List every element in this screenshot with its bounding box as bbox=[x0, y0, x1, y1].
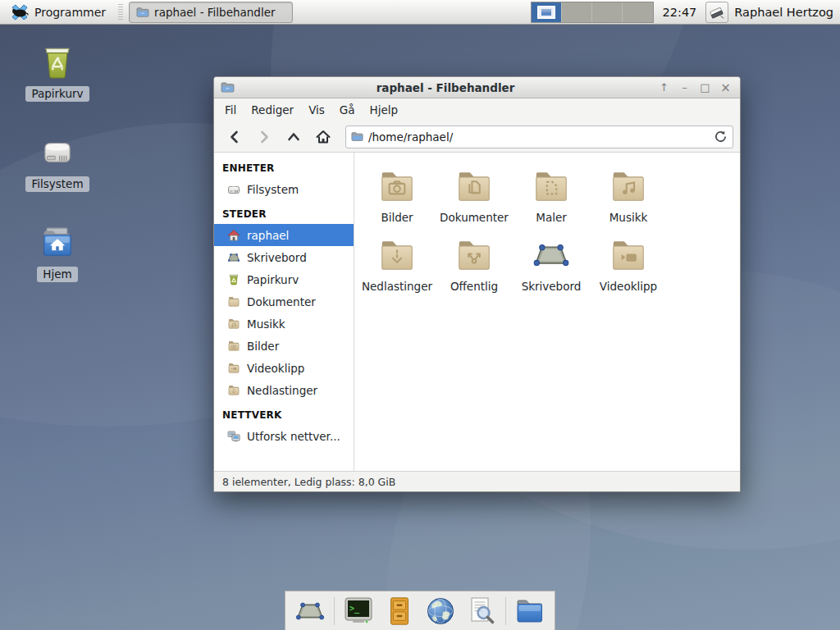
harddrive-icon bbox=[36, 131, 79, 174]
applications-menu-label: Programmer bbox=[34, 6, 106, 19]
file-item-templates[interactable]: Maler bbox=[513, 166, 590, 224]
file-item-label: Videoklipp bbox=[600, 280, 657, 293]
show-desktop-icon[interactable] bbox=[293, 594, 327, 628]
menu-go[interactable]: Gå bbox=[332, 100, 363, 120]
home-button[interactable] bbox=[309, 126, 337, 148]
workspace-2[interactable] bbox=[562, 2, 592, 22]
trash-icon bbox=[36, 41, 79, 84]
forward-button[interactable] bbox=[250, 126, 278, 148]
back-button[interactable] bbox=[221, 126, 249, 148]
file-item-desktop[interactable]: Skrivebord bbox=[513, 235, 590, 293]
file-item-public[interactable]: Offentlig bbox=[436, 235, 513, 293]
sidebar-item-desktop[interactable]: Skrivebord bbox=[214, 246, 354, 268]
sidebar: ENHETER Filsystem STEDER bbox=[214, 153, 354, 471]
sidebar-item-videos[interactable]: Videoklipp bbox=[214, 357, 354, 379]
panel-handle[interactable] bbox=[118, 4, 123, 21]
drive-icon bbox=[227, 183, 240, 196]
sidebar-item-trash[interactable]: Papirkurv bbox=[214, 268, 354, 290]
window-title: raphael - Filbehandler bbox=[240, 81, 651, 94]
statusbar: 8 ielementer, Ledig plass: 8,0 GiB bbox=[214, 471, 740, 491]
folder-window-icon bbox=[136, 6, 149, 19]
file-item-videos[interactable]: Videoklipp bbox=[590, 235, 667, 293]
workspace-pager bbox=[531, 2, 654, 23]
find-files-icon[interactable] bbox=[464, 594, 499, 628]
mini-window-icon bbox=[537, 6, 555, 19]
file-item-label: Nedlastinger bbox=[362, 280, 432, 293]
status-text: 8 ielementer, Ledig plass: 8,0 GiB bbox=[222, 476, 395, 488]
user-action-button[interactable] bbox=[705, 2, 728, 23]
dock-separator bbox=[334, 597, 335, 625]
folder-icon bbox=[227, 317, 240, 331]
folder-public-icon bbox=[454, 235, 495, 276]
menu-file[interactable]: Fil bbox=[217, 100, 244, 120]
sidebar-header-devices: ENHETER bbox=[214, 159, 354, 178]
desktop-icon-label: Filsystem bbox=[25, 176, 89, 192]
folder-icon bbox=[227, 340, 240, 353]
user-name-label[interactable]: Raphael Hertzog bbox=[734, 6, 835, 19]
workspace-4[interactable] bbox=[623, 2, 653, 22]
desktop-icon-trash[interactable]: Papirkurv bbox=[16, 41, 98, 102]
toolbar: /home/raphael/ bbox=[214, 121, 740, 153]
sidebar-item-label: Bilder bbox=[247, 340, 279, 353]
sidebar-item-filesystem[interactable]: Filsystem bbox=[214, 178, 354, 200]
file-item-label: Musikk bbox=[609, 211, 648, 224]
menu-help[interactable]: Hjelp bbox=[363, 100, 406, 120]
up-button[interactable] bbox=[280, 126, 308, 148]
clock[interactable]: 22:47 bbox=[660, 6, 701, 19]
file-view[interactable]: Bilder Dokumenter bbox=[354, 153, 740, 471]
desktop-icon-home[interactable]: Hjem bbox=[16, 221, 98, 282]
file-cabinet-icon[interactable] bbox=[382, 594, 417, 628]
file-item-downloads[interactable]: Nedlastinger bbox=[358, 235, 436, 293]
top-panel: Programmer raphael - Filbehandler bbox=[0, 0, 840, 25]
folder-icon bbox=[227, 295, 240, 308]
menu-edit[interactable]: Rediger bbox=[244, 100, 301, 120]
file-item-label: Offentlig bbox=[450, 280, 498, 293]
file-manager-window: raphael - Filbehandler ↑ – □ × Fil Redig… bbox=[213, 76, 741, 492]
path-bar[interactable]: /home/raphael/ bbox=[345, 126, 733, 148]
home-folder-icon bbox=[36, 221, 79, 264]
sidebar-item-browse-network[interactable]: Utforsk nettver... bbox=[214, 425, 354, 447]
sidebar-item-documents[interactable]: Dokumenter bbox=[214, 290, 354, 313]
path-input[interactable]: /home/raphael/ bbox=[368, 130, 709, 144]
window-folder-icon bbox=[221, 80, 235, 94]
sidebar-item-label: Nedlastinger bbox=[247, 384, 317, 397]
applications-menu-button[interactable]: Programmer bbox=[5, 2, 111, 23]
sidebar-item-label: Videoklipp bbox=[247, 362, 304, 375]
sidebar-item-music[interactable]: Musikk bbox=[214, 313, 354, 335]
desktop-trapezoid-icon bbox=[531, 235, 572, 276]
folder-templates-icon bbox=[531, 166, 572, 207]
web-browser-icon[interactable] bbox=[423, 594, 458, 628]
sidebar-item-label: Dokumenter bbox=[247, 295, 316, 308]
sidebar-item-downloads[interactable]: Nedlastinger bbox=[214, 379, 354, 401]
sidebar-item-label: Skrivebord bbox=[247, 251, 307, 264]
sidebar-item-pictures[interactable]: Bilder bbox=[214, 335, 354, 357]
workspace-1[interactable] bbox=[532, 2, 562, 22]
folder-downloads-icon bbox=[377, 235, 418, 276]
file-item-documents[interactable]: Dokumenter bbox=[436, 166, 513, 224]
menu-view[interactable]: Vis bbox=[301, 100, 332, 120]
taskbar-window-button[interactable]: raphael - Filbehandler bbox=[129, 2, 293, 23]
trash-icon bbox=[227, 273, 240, 286]
sidebar-item-label: raphael bbox=[247, 229, 289, 242]
workspace-3[interactable] bbox=[592, 2, 623, 22]
terminal-icon[interactable]: >_ bbox=[341, 594, 376, 628]
file-item-label: Skrivebord bbox=[522, 280, 582, 293]
folder-documents-icon bbox=[454, 166, 495, 207]
titlebar[interactable]: raphael - Filbehandler ↑ – □ × bbox=[214, 77, 740, 98]
reload-icon[interactable] bbox=[714, 130, 728, 144]
desktop-icon-filesystem[interactable]: Filsystem bbox=[16, 131, 98, 192]
shade-button[interactable]: ↑ bbox=[656, 80, 672, 96]
file-item-label: Dokumenter bbox=[440, 211, 509, 224]
home-icon bbox=[227, 229, 240, 242]
path-folder-icon bbox=[351, 130, 363, 143]
sidebar-item-raphael[interactable]: raphael bbox=[214, 224, 354, 246]
sidebar-item-label: Papirkurv bbox=[247, 273, 299, 286]
close-button[interactable]: × bbox=[718, 80, 733, 96]
file-item-pictures[interactable]: Bilder bbox=[358, 166, 436, 224]
file-item-music[interactable]: Musikk bbox=[590, 166, 667, 224]
minimize-button[interactable]: – bbox=[677, 80, 692, 96]
file-item-label: Bilder bbox=[381, 211, 413, 224]
file-manager-icon[interactable] bbox=[513, 594, 547, 628]
maximize-button[interactable]: □ bbox=[697, 80, 713, 96]
dock: >_ bbox=[285, 591, 555, 630]
